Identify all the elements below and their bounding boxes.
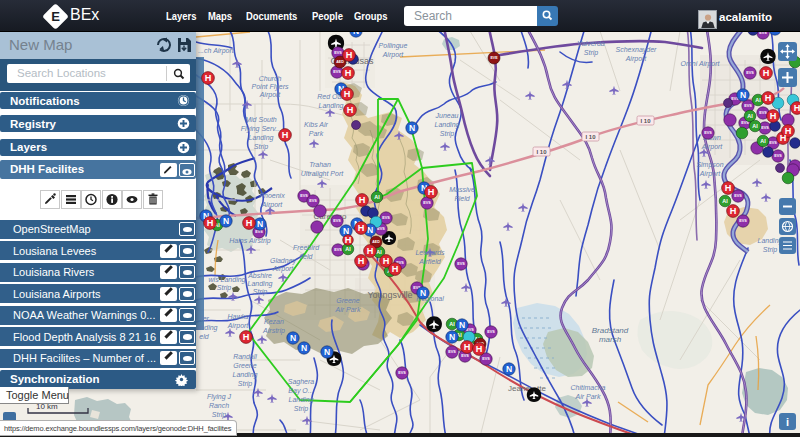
svg-text:H: H [770,111,777,121]
svg-text:N: N [324,347,330,357]
svg-text:N: N [459,320,465,330]
svg-text:H: H [392,264,399,274]
svg-text:EVS: EVS [704,131,712,135]
svg-text:Landing: Landing [289,396,314,404]
svg-text:Chitimacha: Chitimacha [570,384,605,391]
svg-text:H: H [476,344,483,354]
svg-text:EVS: EVS [741,121,749,125]
svg-text:Strip: Strip [238,380,253,388]
svg-text:Strip: Strip [440,130,455,138]
svg-text:N: N [257,219,263,229]
svg-text:EVS: EVS [734,194,742,198]
svg-text:Bradstand: Bradstand [592,326,629,335]
svg-text:EVS: EVS [482,357,490,361]
svg-text:marsh: marsh [599,335,622,344]
svg-text:H: H [345,235,352,245]
svg-text:H: H [725,183,732,193]
svg-text:Strip: Strip [763,246,778,254]
svg-text:H: H [205,73,212,83]
svg-text:...ch Airport: ...ch Airport [198,47,235,55]
svg-text:Church: Church [259,75,282,82]
svg-text:EVS: EVS [739,219,747,223]
svg-text:EVS: EVS [487,330,495,334]
svg-text:EVS: EVS [461,354,469,358]
svg-text:H: H [243,332,250,342]
svg-text:EVE: EVE [490,56,498,60]
svg-text:H: H [359,195,366,205]
svg-text:H: H [345,68,352,78]
svg-text:Omni Airport: Omni Airport [680,60,720,68]
svg-text:Strip: Strip [294,405,309,413]
svg-text:Landing: Landing [435,121,460,129]
svg-text:I 10: I 10 [640,118,651,124]
svg-text:Randall: Randall [233,353,257,360]
svg-text:Airport: Airport [227,322,250,330]
svg-text:Ultralight Port: Ultralight Port [301,170,344,178]
svg-text:Hawks: Hawks [227,313,249,320]
svg-text:EVS: EVS [448,350,456,354]
svg-text:AED: AED [336,60,344,64]
svg-text:Strip: Strip [254,143,269,151]
svg-text:H: H [344,89,351,99]
svg-text:EVS: EVS [300,194,308,198]
svg-text:Airport: Airport [272,265,295,273]
svg-text:EVS: EVS [398,371,406,375]
svg-text:field: field [300,253,314,260]
svg-text:Airport: Airport [259,91,282,99]
svg-text:AED: AED [372,240,380,244]
svg-text:H: H [763,68,770,78]
svg-text:EVS: EVS [759,31,767,35]
svg-text:EVS: EVS [423,201,431,205]
svg-text:Strip: Strip [584,49,599,57]
svg-text:Airport: Airport [625,55,648,63]
svg-text:EVS: EVS [769,141,777,145]
svg-text:Landing: Landing [758,237,783,245]
svg-text:EVS: EVS [309,199,317,203]
svg-text:Airport: Airport [382,51,405,59]
svg-text:H: H [207,218,214,228]
svg-text:Mid South: Mid South [245,116,277,123]
svg-text:Gladney: Gladney [270,257,297,265]
svg-text:anding: anding [196,324,217,332]
svg-text:H: H [785,126,792,136]
svg-text:Saghera: Saghera [288,378,315,386]
svg-text:Field: Field [454,195,470,202]
svg-text:Kezan: Kezan [264,318,284,325]
svg-text:N: N [740,90,746,100]
svg-text:H: H [428,187,435,197]
svg-text:Strip: Strip [217,284,232,292]
svg-text:EVS: EVS [746,71,754,75]
svg-text:AI: AI [376,249,382,255]
svg-text:EVS: EVS [744,104,752,108]
svg-text:Airport: Airport [699,170,722,178]
svg-text:Airport: Airport [261,201,284,209]
svg-text:Park: Park [309,130,324,137]
svg-text:Airport: Airport [701,143,724,151]
svg-text:EVS: EVS [334,248,342,252]
svg-text:N: N [367,225,373,235]
svg-text:AI: AI [345,246,351,252]
svg-text:AI: AI [722,198,728,204]
svg-text:I 10: I 10 [585,134,596,140]
svg-text:Landing: Landing [319,102,344,110]
svg-text:H: H [794,103,800,113]
svg-text:EVS: EVS [333,70,341,74]
svg-text:AI: AI [374,194,380,200]
svg-text:Flying Serv...: Flying Serv... [241,125,281,133]
svg-text:Valverda: Valverda [577,40,604,47]
svg-text:Air Park: Air Park [575,393,601,400]
svg-text:Juneau: Juneau [435,112,459,119]
svg-text:EVS: EVS [255,230,263,234]
svg-text:EVS: EVS [382,216,390,220]
svg-text:Jeanerette: Jeanerette [508,384,546,393]
svg-text:Point Flyers: Point Flyers [252,83,289,91]
svg-text:AI: AI [747,113,753,119]
svg-text:Simpson: Simpson [696,161,723,169]
svg-text:Schexnayder: Schexnayder [616,46,658,54]
svg-text:H: H [347,105,354,115]
svg-text:Strip: Strip [212,411,227,419]
svg-text:N: N [506,364,512,374]
svg-text:ier: ier [201,315,209,322]
svg-text:wis Landing: wis Landing [209,276,246,284]
svg-text:H: H [346,50,353,60]
